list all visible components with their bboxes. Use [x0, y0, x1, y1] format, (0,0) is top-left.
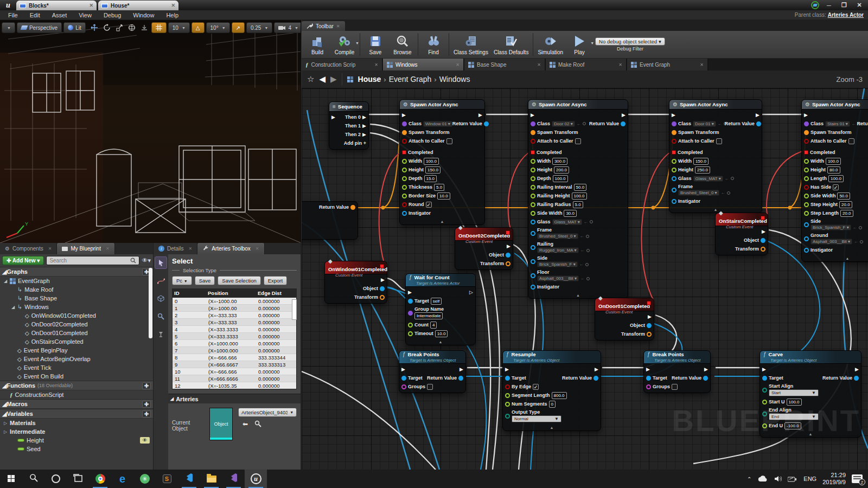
graph-tab-construction-scrip[interactable]: ƒConstruction Scrip✕ [302, 59, 383, 70]
obj-pin[interactable] [531, 245, 535, 250]
value-box[interactable]: self [431, 298, 442, 305]
surface-snap-icon[interactable] [139, 22, 150, 33]
taskbar-green-app[interactable]: ✳ [133, 470, 156, 488]
orange-pin[interactable] [506, 261, 510, 266]
rotate-tool-icon[interactable] [101, 22, 112, 33]
notification-icon[interactable]: 2 [852, 474, 863, 483]
grid-snap-value[interactable]: 10▼ [168, 22, 190, 33]
green-pin[interactable] [804, 202, 809, 207]
camera-speed-button[interactable]: 4▼ [274, 22, 301, 33]
node-sequence[interactable]: ≡Sequence▶Then 0▶Then 1▶Then 2▶Add pin + [329, 101, 369, 150]
asset-select[interactable]: Brick_Spanish_F ▾← [537, 261, 589, 267]
green-pin[interactable] [531, 168, 535, 172]
arteries-section-header[interactable]: ◢Arteries [168, 394, 301, 403]
magenta-pin[interactable] [401, 384, 406, 389]
exec-pin[interactable]: ▷ [469, 290, 473, 295]
teal-pin[interactable] [762, 388, 767, 393]
orange-pin[interactable] [804, 130, 809, 135]
asset-select[interactable]: Brick_Spanish_F ▾← [810, 224, 862, 230]
exec-pin[interactable]: ▶ [622, 113, 626, 118]
asset-select[interactable]: Glass_MAT ▾← [693, 176, 734, 182]
green-pin[interactable] [531, 202, 535, 207]
exec-pin[interactable]: ▶ [381, 278, 385, 282]
use-selected-icon[interactable]: ← [579, 262, 584, 267]
table-row[interactable]: 9(X=666.6667333.333313 [173, 361, 296, 368]
value-box[interactable]: 300.0 [552, 158, 567, 165]
asset-select[interactable]: Glass_MAT ▾← [552, 219, 593, 225]
lamp-tool[interactable] [155, 328, 167, 341]
browse-icon[interactable] [586, 249, 590, 252]
use-selected-icon[interactable]: ← [854, 239, 858, 244]
green-pin[interactable] [402, 176, 407, 181]
delegate-pin[interactable] [804, 150, 808, 155]
obj-pin[interactable] [484, 121, 489, 126]
taskbar-vscode[interactable] [178, 470, 200, 488]
table-scrollbar[interactable] [292, 299, 297, 320]
green-pin[interactable] [531, 194, 535, 198]
taskbar-start[interactable] [0, 470, 22, 488]
event-graph-canvas[interactable]: ≡Sequence▶Then 0▶Then 1▶Then 2▶Add pin +… [302, 88, 868, 470]
red-pin[interactable] [804, 185, 809, 190]
obj-pin[interactable] [408, 299, 413, 304]
section-variables[interactable]: ◢Variables✚ [0, 409, 153, 419]
tray-chevron-icon[interactable]: ⌃ [747, 476, 751, 482]
tree-item-eventgraph[interactable]: ◢EventGraph [0, 277, 153, 285]
exec-pin[interactable]: ▶ [459, 367, 463, 372]
search-input[interactable] [49, 258, 130, 264]
tree-item-event-on-build[interactable]: ◇Event On Build [0, 372, 153, 381]
obj-pin[interactable] [505, 376, 510, 381]
use-selected-icon[interactable]: ← [853, 225, 857, 230]
tree-item-materials[interactable]: ▷Materials [0, 419, 153, 427]
onedrive-icon[interactable] [757, 476, 768, 482]
green-pin[interactable] [804, 159, 809, 164]
taskbar-unreal[interactable]: u [245, 470, 267, 488]
viewport-options-button[interactable]: ▼ [2, 22, 15, 33]
tab-toolbar[interactable]: Toolbar✕ [302, 21, 345, 31]
green-pin[interactable] [408, 323, 413, 328]
obj-pin[interactable] [804, 236, 809, 241]
asset-select[interactable]: Brushed_Steel_0 ▾← [537, 233, 589, 239]
build-button[interactable]: Build [304, 31, 331, 58]
checkbox[interactable] [848, 138, 854, 144]
delegate-pin[interactable] [380, 264, 384, 268]
inspect-tool[interactable] [155, 310, 167, 323]
tutorial-icon[interactable] [811, 1, 819, 9]
exec-pin[interactable]: ▶ [507, 244, 510, 249]
app-tab-1[interactable]: Blocks*✕ [16, 1, 97, 10]
exec-pin[interactable]: ▶ [531, 113, 534, 118]
tree-item-ondoor01completed[interactable]: ◇OnDoor01Completed [0, 329, 153, 337]
taskbar-sublime[interactable]: S [156, 470, 178, 488]
node-event-ondoor01completed[interactable]: ◆OnDoor01CompletedCustom Event▶ObjectTra… [595, 298, 654, 341]
language-indicator[interactable]: ENG [803, 476, 816, 482]
scale-snap-icon[interactable]: ↗ [232, 22, 245, 33]
save-selection-button[interactable]: Save Selection [218, 276, 260, 285]
delegate-pin[interactable] [506, 230, 510, 235]
checkbox[interactable] [716, 138, 722, 144]
checkbox[interactable]: ✓ [533, 384, 539, 390]
delegate-pin[interactable] [531, 150, 535, 155]
obj-pin[interactable] [672, 176, 676, 181]
node-spawn-actor-door02[interactable]: ⚙Spawn Actor Async▶▶ClassDoor 02 ▾←Retur… [528, 99, 628, 299]
obj-pin[interactable] [646, 376, 651, 381]
class-pin[interactable] [402, 121, 407, 126]
obj-pin[interactable] [756, 121, 761, 126]
taskbar-edge[interactable]: e [111, 470, 133, 488]
add-functions-button[interactable]: ✚ [142, 382, 151, 389]
green-pin[interactable] [505, 402, 510, 407]
grid-snap-icon[interactable] [151, 22, 167, 33]
table-row[interactable]: 12(X=-1035.350.000000 [173, 382, 296, 389]
exec-pin[interactable]: ▶ [672, 113, 675, 118]
orange-pin[interactable] [350, 205, 355, 210]
asset-select[interactable]: Door 01 ▾← [693, 121, 727, 127]
obj-pin[interactable] [762, 376, 767, 381]
export-button[interactable]: Export [264, 276, 287, 285]
value-box[interactable]: 30.0 [564, 210, 577, 217]
tree-item-windows[interactable]: ◢↳Windows [0, 303, 153, 311]
orange-pin[interactable] [531, 130, 535, 135]
green-pin[interactable] [672, 159, 676, 164]
graph-tab-base-shape[interactable]: Base Shape✕ [464, 59, 546, 70]
tree-item-constructionscript[interactable]: ƒConstructionScript [0, 390, 153, 399]
menu-edit[interactable]: Edit [24, 12, 46, 18]
pc-button[interactable]: Pc ▼ [172, 276, 192, 285]
red-pin[interactable] [672, 139, 676, 144]
